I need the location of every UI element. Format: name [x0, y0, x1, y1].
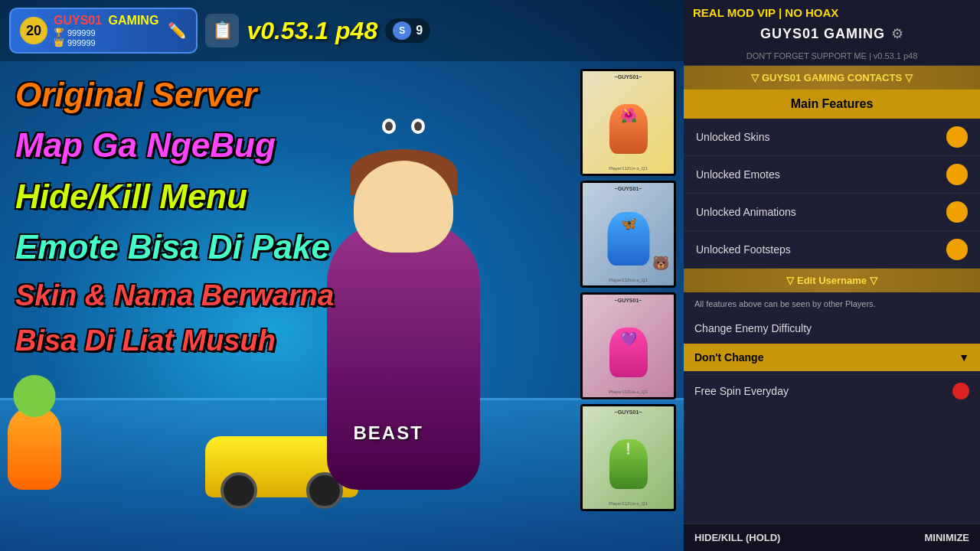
left-side-character	[8, 406, 61, 490]
crown-row: 👑 999999	[54, 37, 158, 47]
support-text: DON'T FORGET SUPPORT ME | v0.53.1 p48	[684, 48, 980, 66]
main-features-header: Main Features	[684, 90, 980, 119]
left-char-head	[14, 375, 56, 417]
top-badge-text: REAL MOD VIP | NO HOAX	[693, 6, 838, 19]
thumb-4-top-name: ~GUYS01~	[583, 409, 674, 415]
trophy-count: 999999	[67, 28, 96, 37]
gear-button[interactable]: ⚙	[891, 25, 903, 42]
thumb-3-top-name: ~GUYS01~	[583, 298, 674, 303]
trophy-icon: 🏆	[54, 28, 64, 37]
thumbnails-panel: ~GUYS01~ 🌺 Player112Ux-x_Q1 ~GUYS01~ 🦋 🐻…	[580, 69, 676, 511]
version-text: v0.53.1 p48	[247, 17, 377, 45]
dropdown-value: Don't Change	[694, 351, 763, 364]
thumbnail-4[interactable]: ~GUYS01~ ❕ Player112Ux-x_Q1	[580, 404, 676, 511]
thumb-3-char: 💜	[609, 328, 648, 377]
level-badge: 20	[20, 17, 47, 44]
crown-icon: 👑	[54, 37, 64, 47]
bottom-bar: HIDE/KILL (HOLD) MINIMIZE	[684, 523, 980, 551]
coins-display: S 9	[385, 18, 430, 43]
coin-count: 9	[416, 24, 423, 37]
feature-label-emotes: Unlocked Emotes	[696, 168, 780, 181]
game-area: BEAST 20 GUYS01 GAMING 🏆 999999 👑	[0, 0, 684, 551]
thumbnail-1[interactable]: ~GUYS01~ 🌺 Player112Ux-x_Q1	[580, 69, 676, 176]
document-icon[interactable]: 📋	[205, 14, 239, 47]
overlay-text-2: Map Ga NgeBug	[15, 127, 334, 164]
feature-label-skins: Unlocked Skins	[696, 131, 770, 143]
player-name-info: GUYS01 GAMING 🏆 999999 👑 999999	[54, 14, 158, 47]
beast-character: BEAST	[327, 222, 480, 490]
thumb-1-char: 🌺	[609, 104, 648, 154]
toggle-animations[interactable]	[946, 201, 968, 223]
feature-row-skins: Unlocked Skins	[684, 119, 980, 156]
minimize-button[interactable]: MINIMIZE	[925, 532, 970, 543]
beast-text: BEAST	[354, 422, 423, 444]
info-text: All features above can be seen by other …	[684, 292, 980, 316]
free-spin-row: Free Spin Everyday	[684, 374, 980, 407]
thumbnail-3[interactable]: ~GUYS01~ 💜 Player112Ux-x_Q1	[580, 292, 676, 399]
player-name: GUYS01 GAMING	[54, 14, 158, 28]
overlay-text-6: Bisa Di Liat Musuh	[15, 325, 334, 357]
overlay-texts: Original Server Map Ga NgeBug Hide/Kill …	[15, 77, 334, 357]
beast-head	[354, 161, 453, 253]
thumb-2-char: 🦋	[607, 212, 649, 266]
thumb-2-top-name: ~GUYS01~	[583, 186, 674, 191]
right-panel: REAL MOD VIP | NO HOAX GUYS01 GAMING ⚙ D…	[684, 0, 980, 551]
thumb-1-top-name: ~GUYS01~	[583, 74, 674, 80]
toggle-free-spin[interactable]	[952, 383, 969, 399]
player-name-text: GUYS01	[54, 14, 102, 27]
overlay-text-4: Emote Bisa Di Pake	[15, 229, 334, 266]
thumb-4-char: ❕	[609, 439, 648, 489]
overlay-text-3: Hide/Kill Menu	[15, 178, 334, 215]
thumb-2-footer: Player112Ux-x_Q1	[583, 278, 674, 282]
main-features-title: Main Features	[694, 97, 969, 111]
edit-username-label: ▽ Edit Username ▽	[694, 275, 969, 286]
feature-row-footsteps: Unlocked Footsteps	[684, 231, 980, 269]
beast-eyes	[382, 119, 425, 134]
edit-profile-icon[interactable]: ✏️	[168, 21, 187, 40]
thumbnail-2[interactable]: ~GUYS01~ 🦋 🐻 Player112Ux-x_Q1	[580, 181, 676, 288]
panel-title-row: GUYS01 GAMING ⚙	[684, 22, 980, 48]
thumb-3-footer: Player112Ux-x_Q1	[583, 390, 674, 394]
left-char-body	[8, 406, 61, 490]
coin-icon: S	[393, 21, 411, 40]
thumb-2-extra: 🐻	[652, 255, 669, 272]
toggle-emotes[interactable]	[946, 164, 968, 185]
free-spin-label: Free Spin Everyday	[694, 385, 789, 397]
hud-bar: 20 GUYS01 GAMING 🏆 999999 👑 999999 ✏️ 📋	[0, 0, 684, 61]
overlay-text-1: Original Server	[15, 77, 334, 113]
thumb-1-footer: Player112Ux-x_Q1	[583, 166, 674, 171]
enemy-diff-label: Change Enemy Difficulty	[694, 322, 812, 334]
feature-row-emotes: Unlocked Emotes	[684, 156, 980, 194]
feature-label-animations: Unlocked Animations	[696, 206, 796, 218]
crown-count: 999999	[67, 38, 96, 47]
beast-body: BEAST	[327, 222, 480, 490]
toggle-footsteps[interactable]	[946, 239, 968, 260]
features-list: Unlocked Skins Unlocked Emotes Unlocked …	[684, 119, 980, 523]
contacts-section: ▽ GUYS01 GAMING CONTACTS ▽	[684, 66, 980, 90]
beast-eye-right	[411, 119, 425, 134]
player-info[interactable]: 20 GUYS01 GAMING 🏆 999999 👑 999999 ✏️	[9, 8, 198, 54]
edit-username-section: ▽ Edit Username ▽	[684, 269, 980, 292]
thumb-4-footer: Player112Ux-x_Q1	[583, 501, 674, 506]
difficulty-dropdown[interactable]: Don't Change ▼	[684, 344, 980, 371]
trophy-row: 🏆 999999	[54, 28, 158, 37]
feature-row-animations: Unlocked Animations	[684, 194, 980, 231]
dropdown-arrow-icon: ▼	[959, 351, 969, 364]
panel-title: GUYS01 GAMING	[760, 26, 885, 42]
overlay-text-5: Skin & Nama Berwarna	[15, 280, 334, 312]
feature-label-footsteps: Unlocked Footsteps	[696, 243, 791, 256]
contacts-title: ▽ GUYS01 GAMING CONTACTS ▽	[693, 72, 971, 83]
beast-eye-left	[382, 119, 396, 134]
player-subname: GAMING	[109, 14, 159, 27]
panel-header-top: REAL MOD VIP | NO HOAX	[684, 0, 980, 22]
hidekill-label: HIDE/KILL (HOLD)	[694, 532, 780, 543]
enemy-diff-row: Change Enemy Difficulty	[684, 316, 980, 341]
toggle-skins[interactable]	[946, 126, 968, 148]
